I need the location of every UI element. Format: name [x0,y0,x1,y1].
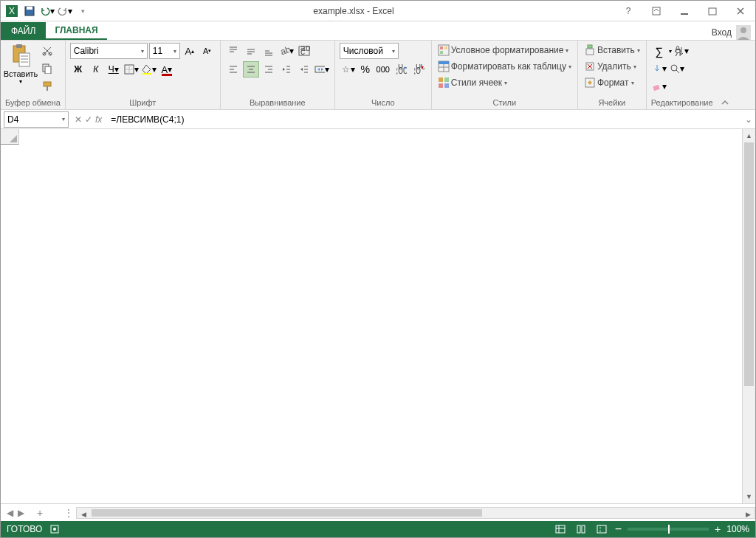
percent-icon[interactable]: % [357,61,374,77]
font-name-combo[interactable]: Calibri▾ [70,43,148,59]
save-icon[interactable] [21,3,38,19]
increase-decimal-icon[interactable]: ,0,00 [393,61,409,77]
chevron-down-icon: ▾ [19,78,22,85]
svg-rect-92 [597,525,606,533]
comma-icon[interactable]: 000 [375,61,391,77]
font-color-button[interactable]: A▾ [159,61,175,77]
fill-color-button[interactable]: ▾ [141,61,157,77]
zoom-level[interactable]: 100% [726,524,749,534]
select-all-corner[interactable] [1,129,19,145]
qat-customize-icon[interactable]: ▾ [75,3,91,19]
decrease-decimal-icon[interactable]: ,00,0 [410,61,427,77]
undo-icon[interactable]: ▾ [39,3,55,19]
user-icon[interactable] [736,25,751,40]
cut-icon[interactable] [39,43,55,59]
svg-rect-67 [439,61,449,64]
underline-button[interactable]: Ч▾ [106,61,122,77]
svg-rect-65 [440,51,443,54]
italic-button[interactable]: К [88,61,104,77]
align-center-icon[interactable] [243,61,259,77]
fill-icon[interactable]: ▾ [651,61,667,77]
svg-rect-3 [27,7,32,10]
svg-text:c: c [300,46,305,56]
currency-icon[interactable]: ☆▾ [340,61,356,77]
svg-text:,0: ,0 [413,66,421,75]
merge-cells-icon[interactable]: ▾ [314,61,330,77]
svg-rect-56 [315,66,325,72]
group-font-label: Шрифт [70,97,216,109]
enter-formula-icon[interactable]: ✓ [85,114,92,125]
svg-rect-27 [162,74,172,76]
clear-icon[interactable]: ▾ [651,78,667,94]
svg-text:Я: Я [675,48,681,56]
format-cells-button[interactable]: Формат▾ [583,75,636,90]
increase-indent-icon[interactable] [296,61,312,77]
signin-label[interactable]: Вход [712,27,732,38]
bold-button[interactable]: Ж [70,61,86,77]
ribbon-options-icon[interactable] [646,4,667,18]
svg-rect-74 [586,49,594,55]
find-select-icon[interactable]: ▾ [669,61,685,77]
macro-record-icon[interactable] [49,524,60,534]
align-top-icon[interactable] [225,43,241,59]
expand-formula-icon[interactable]: ⌄ [742,114,755,125]
ribbon: Вставить ▾ Буфер обмена Calibri▾ 11▾ A▴ … [1,41,755,110]
cell-styles-button[interactable]: Стили ячеек▾ [436,75,509,90]
zoom-slider[interactable] [628,528,709,531]
decrease-indent-icon[interactable] [278,61,295,77]
minimize-icon[interactable] [674,4,695,18]
zoom-in-icon[interactable]: + [715,523,721,535]
copy-icon[interactable] [39,61,55,77]
format-as-table-button[interactable]: Форматировать как таблицу▾ [436,59,573,74]
redo-icon[interactable]: ▾ [57,3,73,19]
name-box[interactable]: D4▾ [4,111,69,128]
conditional-formatting-button[interactable]: Условное форматирование▾ [436,43,571,58]
align-right-icon[interactable] [261,61,277,77]
border-button[interactable]: ▾ [123,61,140,77]
help-icon[interactable]: ? [618,4,639,18]
svg-rect-75 [588,45,592,48]
svg-point-10 [740,27,746,33]
close-icon[interactable] [730,4,751,18]
autosum-icon[interactable]: ∑ [651,43,667,59]
decrease-font-icon[interactable]: A▾ [199,43,216,59]
group-cells-label: Ячейки [583,97,642,109]
fx-icon[interactable]: fx [95,114,102,125]
formula-input[interactable] [108,111,742,128]
svg-rect-91 [582,525,585,533]
align-middle-icon[interactable] [243,43,259,59]
sheet-nav-next-icon[interactable]: ▶ [18,508,24,518]
svg-text:ab: ab [279,46,289,56]
delete-cells-button[interactable]: Удалить▾ [583,59,638,74]
group-clipboard-label: Буфер обмена [5,97,61,109]
insert-cells-button[interactable]: Вставить▾ [583,43,642,58]
svg-point-86 [53,528,56,531]
wrap-text-icon[interactable]: abc [296,43,312,59]
maximize-icon[interactable] [702,4,723,18]
svg-rect-26 [142,73,151,75]
svg-rect-64 [444,46,447,49]
svg-text:☆: ☆ [342,64,350,75]
horizontal-scrollbar[interactable]: ◀ ▶ [76,507,755,519]
normal-view-icon[interactable] [553,523,568,535]
sort-filter-icon[interactable]: AЯ▾ [673,43,690,59]
orientation-icon[interactable]: ab▾ [278,43,295,59]
cancel-formula-icon[interactable]: ✕ [75,114,82,125]
align-bottom-icon[interactable] [261,43,277,59]
vertical-scrollbar[interactable]: ▲ ▼ [742,129,755,503]
tab-главная[interactable]: ГЛАВНАЯ [46,22,106,40]
sheet-nav-prev-icon[interactable]: ◀ [7,508,13,518]
page-break-view-icon[interactable] [594,523,609,535]
tab-file[interactable]: ФАЙЛ [1,22,46,40]
page-layout-view-icon[interactable] [574,523,588,535]
font-size-combo[interactable]: 11▾ [149,43,180,59]
format-painter-icon[interactable] [39,78,55,94]
align-left-icon[interactable] [225,61,241,77]
collapse-ribbon-icon[interactable] [718,41,732,109]
increase-font-icon[interactable]: A▴ [182,43,198,59]
zoom-out-icon[interactable]: − [615,523,622,536]
add-sheet-button[interactable]: + [30,507,49,519]
svg-rect-21 [44,82,51,86]
paste-button[interactable]: Вставить ▾ [5,43,36,85]
number-format-combo[interactable]: Числовой▾ [340,43,399,59]
